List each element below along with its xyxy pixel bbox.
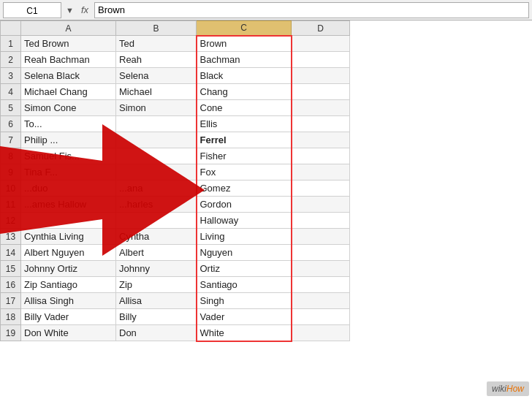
- cell-b-17[interactable]: Allisa: [116, 293, 197, 309]
- formula-bar: C1 ▼ fx: [0, 0, 532, 20]
- formula-bar-dropdown-icon[interactable]: ▼: [64, 6, 75, 15]
- cell-b-11[interactable]: ...harles: [116, 197, 197, 213]
- col-header-b[interactable]: B: [116, 21, 197, 36]
- cell-b-18[interactable]: Billy: [116, 309, 197, 325]
- row-number: 12: [1, 213, 21, 229]
- table-row: 10...duo...anaGomez: [1, 180, 350, 197]
- cell-c-12[interactable]: Halloway: [197, 213, 292, 229]
- cell-b-16[interactable]: Zip: [116, 277, 197, 293]
- row-number: 18: [1, 309, 21, 325]
- cell-d-3[interactable]: [292, 68, 350, 84]
- table-row: 9Tina F...Fox: [1, 164, 350, 180]
- cell-b-13[interactable]: Cyntha: [116, 229, 197, 245]
- cell-c-11[interactable]: Gordon: [197, 197, 292, 213]
- cell-b-12[interactable]: [116, 213, 197, 229]
- cell-d-1[interactable]: [292, 36, 350, 52]
- cell-b-9[interactable]: [116, 164, 197, 180]
- row-number: 5: [1, 100, 21, 116]
- cell-b-3[interactable]: Selena: [116, 68, 197, 84]
- cell-c-15[interactable]: Ortiz: [197, 261, 292, 277]
- cell-d-11[interactable]: [292, 197, 350, 213]
- cell-a-10[interactable]: ...duo: [21, 180, 116, 197]
- cell-a-12[interactable]: [21, 213, 116, 229]
- cell-d-9[interactable]: [292, 164, 350, 180]
- cell-d-6[interactable]: [292, 116, 350, 132]
- cell-a-1[interactable]: Ted Brown: [21, 36, 116, 52]
- cell-a-19[interactable]: Don White: [21, 325, 116, 341]
- cell-a-15[interactable]: Johnny Ortiz: [21, 261, 116, 277]
- wikihow-wiki: wiki: [492, 384, 506, 394]
- cell-reference-box[interactable]: C1: [3, 2, 61, 18]
- formula-input[interactable]: [94, 2, 529, 18]
- table-row: 7Philip ... Ferrel: [1, 132, 350, 148]
- cell-a-13[interactable]: Cynthia Living: [21, 229, 116, 245]
- cell-b-1[interactable]: Ted: [116, 36, 197, 52]
- cell-b-10[interactable]: ...ana: [116, 180, 197, 197]
- cell-a-17[interactable]: Allisa Singh: [21, 293, 116, 309]
- cell-a-16[interactable]: Zip Santiago: [21, 277, 116, 293]
- cell-b-14[interactable]: Albert: [116, 245, 197, 261]
- cell-a-18[interactable]: Billy Vader: [21, 309, 116, 325]
- cell-d-4[interactable]: [292, 84, 350, 100]
- cell-b-8[interactable]: [116, 148, 197, 164]
- cell-a-3[interactable]: Selena Black: [21, 68, 116, 84]
- cell-d-5[interactable]: [292, 100, 350, 116]
- cell-b-6[interactable]: [116, 116, 197, 132]
- col-header-c[interactable]: C: [197, 21, 292, 36]
- cell-b-5[interactable]: Simon: [116, 100, 197, 116]
- cell-d-18[interactable]: [292, 309, 350, 325]
- row-number: 14: [1, 245, 21, 261]
- cell-a-11[interactable]: ...ames Hallow: [21, 197, 116, 213]
- cell-d-12[interactable]: [292, 213, 350, 229]
- cell-b-7[interactable]: [116, 132, 197, 148]
- cell-c-6[interactable]: Ellis: [197, 116, 292, 132]
- cell-b-4[interactable]: Michael: [116, 84, 197, 100]
- cell-a-4[interactable]: Michael Chang: [21, 84, 116, 100]
- cell-d-7[interactable]: [292, 132, 350, 148]
- cell-c-19[interactable]: White: [197, 325, 292, 341]
- col-header-a[interactable]: A: [21, 21, 116, 36]
- cell-d-13[interactable]: [292, 229, 350, 245]
- cell-a-7[interactable]: Philip ...: [21, 132, 116, 148]
- cell-c-1[interactable]: Brown: [197, 36, 292, 52]
- table-row: 12Halloway: [1, 213, 350, 229]
- fx-label: fx: [78, 4, 91, 15]
- cell-c-4[interactable]: Chang: [197, 84, 292, 100]
- row-number: 2: [1, 52, 21, 68]
- cell-c-16[interactable]: Santiago: [197, 277, 292, 293]
- cell-b-15[interactable]: Johnny: [116, 261, 197, 277]
- cell-c-7[interactable]: Ferrel: [197, 132, 292, 148]
- cell-a-2[interactable]: Reah Bachman: [21, 52, 116, 68]
- cell-c-9[interactable]: Fox: [197, 164, 292, 180]
- cell-d-2[interactable]: [292, 52, 350, 68]
- cell-c-18[interactable]: Vader: [197, 309, 292, 325]
- cell-d-15[interactable]: [292, 261, 350, 277]
- cell-c-17[interactable]: Singh: [197, 293, 292, 309]
- cell-d-17[interactable]: [292, 293, 350, 309]
- cell-a-8[interactable]: Samuel Fis...: [21, 148, 116, 164]
- cell-d-10[interactable]: [292, 180, 350, 197]
- cell-c-13[interactable]: Living: [197, 229, 292, 245]
- cell-d-16[interactable]: [292, 277, 350, 293]
- cell-c-3[interactable]: Black: [197, 68, 292, 84]
- row-number: 3: [1, 68, 21, 84]
- cell-a-9[interactable]: Tina F...: [21, 164, 116, 180]
- cell-c-8[interactable]: Fisher: [197, 148, 292, 164]
- cell-c-2[interactable]: Bachman: [197, 52, 292, 68]
- cell-b-2[interactable]: Reah: [116, 52, 197, 68]
- cell-d-8[interactable]: [292, 148, 350, 164]
- cell-d-19[interactable]: [292, 325, 350, 341]
- cell-c-10[interactable]: Gomez: [197, 180, 292, 197]
- cell-c-14[interactable]: Nguyen: [197, 245, 292, 261]
- cell-a-6[interactable]: To...: [21, 116, 116, 132]
- table-row: 6To...Ellis: [1, 116, 350, 132]
- cell-a-14[interactable]: Albert Nguyen: [21, 245, 116, 261]
- table-row: 14Albert NguyenAlbertNguyen: [1, 245, 350, 261]
- row-number: 9: [1, 164, 21, 180]
- cell-b-19[interactable]: Don: [116, 325, 197, 341]
- cell-c-5[interactable]: Cone: [197, 100, 292, 116]
- cell-d-14[interactable]: [292, 245, 350, 261]
- cell-a-5[interactable]: Simon Cone: [21, 100, 116, 116]
- col-header-d[interactable]: D: [292, 21, 350, 36]
- table-row: 2Reah BachmanReahBachman: [1, 52, 350, 68]
